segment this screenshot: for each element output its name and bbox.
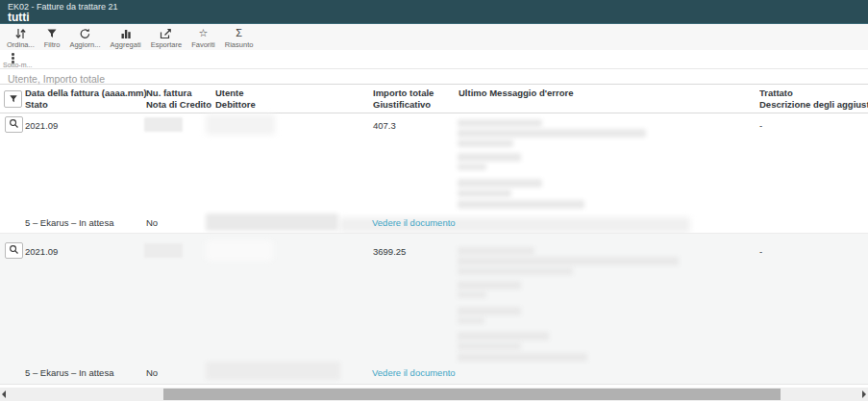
table-header: Data della fattura (aaaa.mm) Stato Nu. f… [0,85,868,113]
redacted-error-text [458,257,679,265]
summary-sigma-icon: Σ [236,27,242,39]
redacted-error-text [458,179,542,188]
column-header-importo[interactable]: Importo totale Giustificativo [373,87,434,111]
redacted-error-text [458,291,486,298]
table-row[interactable]: 2021.09 3699.25 - 5 – Ekarus – In attesa… [0,233,868,385]
redacted-error-text [458,189,511,197]
redacted-error-text [458,119,542,127]
filter-button[interactable]: Filtro [39,24,65,49]
redacted-error-text [458,163,486,170]
toolbar-item-label: Riasunto [225,40,254,49]
toolbar-item-label: Aggregati [111,40,141,49]
summary-button[interactable]: Σ Riasunto [220,24,259,49]
redacted-error-text [458,200,584,209]
filter-bar [0,68,868,85]
scroll-left-arrow-icon[interactable] [2,390,6,398]
redacted-error-text [458,332,549,340]
redacted-error-text [458,129,646,138]
redacted-error-text [458,267,573,275]
filter-icon [9,92,18,107]
favorites-button[interactable]: ☆ Favoriti [186,24,220,49]
column-header-trattato[interactable]: Trattato Descrizione degli aggiustamenti [759,87,868,111]
column-header-data-fattura[interactable]: Data della fattura (aaaa.mm) Stato [25,87,147,111]
column-header-nu-fattura[interactable]: Nu. fattura Nota di Credito [146,87,211,111]
toolbar-item-label: Favoriti [191,40,215,49]
redacted-error-text [458,307,521,315]
toolbar-item-label: Filtro [44,40,61,49]
column-filter-button[interactable] [4,90,22,108]
redacted-debittore [206,214,338,231]
cell-stato: 5 – Ekarus – In attesa [25,367,113,378]
row-inspect-button[interactable] [5,242,23,259]
cell-data-fattura: 2021.09 [25,246,58,257]
page-subtitle: tutti [8,11,30,24]
table-row[interactable]: 2021.09 407.3 - 5 – Ekarus – In attesa N… [0,113,868,233]
horizontal-scrollbar[interactable] [0,388,868,401]
refresh-icon [79,27,91,39]
cell-data-fattura: 2021.09 [25,120,58,131]
scrollbar-thumb[interactable] [163,389,781,400]
redacted-nu-fattura [144,117,183,132]
view-document-link[interactable]: Vedere il documento [372,217,456,228]
redacted-utente [206,114,275,135]
export-icon [160,27,172,39]
redacted-debittore [206,362,340,380]
export-button[interactable]: Esportare [146,24,187,49]
star-icon: ☆ [199,27,209,39]
redacted-utente [206,240,273,261]
cell-trattato: - [759,246,762,257]
scroll-right-arrow-icon[interactable] [862,390,866,398]
toolbar: Ordina... Filtro Aggiorn... Aggregati Es… [0,24,868,50]
row-inspect-button[interactable] [5,116,23,133]
redacted-error-text [458,281,521,289]
cell-importo-totale: 407.3 [373,120,396,131]
redacted-error-text [458,139,513,147]
redacted-error-text [458,247,534,255]
filter-icon [46,27,58,39]
cell-importo-totale: 3699.25 [373,246,406,257]
redacted-error-text [458,342,521,350]
redacted-error-text [458,353,587,362]
cell-trattato: - [759,120,762,131]
app-header: EK02 - Fatture da trattare 21 tutti [0,0,868,24]
column-header-messaggio-errore[interactable]: Ultimo Messaggio d'errore [459,87,573,99]
aggregates-button[interactable]: Aggregati [106,24,146,49]
refresh-button[interactable]: Aggiorn... [64,24,105,49]
sort-icon [14,27,27,39]
column-header-utente[interactable]: Utente Debittore [215,87,256,111]
submenu-bar: Sotto-m... [0,50,868,68]
redacted-nu-fattura [144,243,183,258]
magnifier-icon [9,117,19,132]
magnifier-icon [9,243,19,258]
redacted-error-text [458,153,521,162]
cell-nota-di-credito: No [146,217,158,228]
cell-stato: 5 – Ekarus – In attesa [25,217,113,228]
overflow-menu-label: Sotto-m... [3,62,32,68]
redacted-error-text [458,317,484,324]
view-document-link[interactable]: Vedere il documento [372,367,456,378]
toolbar-item-label: Esportare [151,40,183,49]
bar-chart-icon [120,27,132,39]
app-window: EK02 - Fatture da trattare 21 tutti Ordi… [0,0,868,402]
toolbar-item-label: Aggiorn... [69,40,100,49]
cell-nota-di-credito: No [146,367,158,378]
toolbar-item-label: Ordina... [7,40,35,49]
sort-button[interactable]: Ordina... [2,24,39,49]
